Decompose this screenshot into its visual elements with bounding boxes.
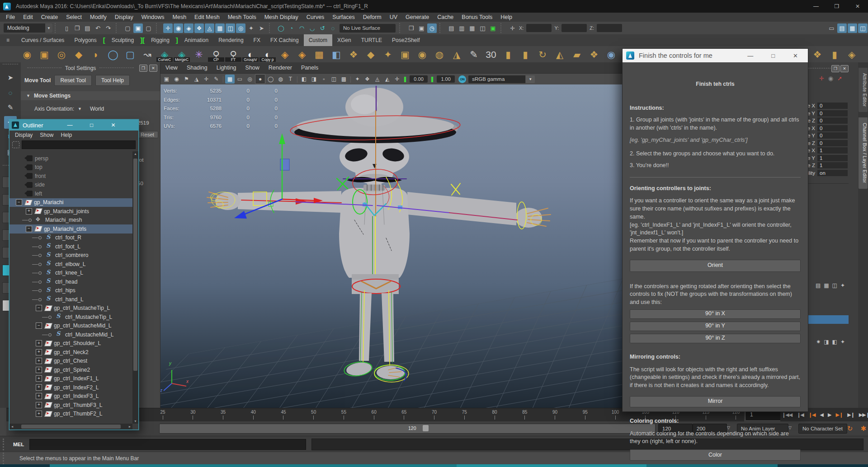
playback-button[interactable]: ❙◀◀: [782, 412, 792, 418]
contrast-icon[interactable]: ❚: [430, 76, 434, 82]
expand-toggle-icon[interactable]: [36, 367, 42, 373]
playback-button[interactable]: ▶▶❙: [859, 412, 868, 418]
channel-value-field[interactable]: 0: [817, 140, 848, 146]
layer-toolbar-icon[interactable]: ▤: [816, 282, 821, 289]
shelf-tab[interactable]: [: [102, 34, 107, 46]
viewport-menu-item[interactable]: View: [161, 65, 182, 71]
status-icon[interactable]: ▤: [83, 23, 92, 33]
close-panel-icon[interactable]: ✕: [149, 65, 157, 72]
expand-toggle-icon[interactable]: [36, 340, 42, 346]
status-icon[interactable]: [399, 23, 404, 33]
expand-toggle-icon[interactable]: [36, 322, 42, 329]
viewport-toolbar-icon[interactable]: ⚑: [182, 75, 191, 84]
status-icon[interactable]: ◯: [276, 23, 286, 33]
outliner-row[interactable]: ctrl_knee_L: [9, 269, 132, 278]
channel-value-field[interactable]: 1: [817, 155, 848, 161]
expand-toggle-icon[interactable]: [36, 402, 42, 408]
status-icon[interactable]: ◡: [307, 23, 317, 33]
menu-item[interactable]: Bonus Tools: [458, 14, 496, 20]
shelf-tab[interactable]: Rigging: [146, 34, 175, 46]
expand-toggle-icon[interactable]: [36, 375, 42, 382]
expand-toggle-icon[interactable]: [46, 332, 52, 337]
hyperbolic-icon[interactable]: ➚: [837, 75, 842, 82]
channel-value-field[interactable]: 0: [817, 132, 848, 139]
status-icon[interactable]: [116, 23, 120, 33]
expand-toggle-icon[interactable]: [36, 244, 42, 249]
move-settings-section-header[interactable]: ▼ Move Settings: [21, 91, 160, 100]
shelf-tab[interactable]: ]: [175, 34, 179, 46]
shelf-tool-icon[interactable]: ◆: [71, 47, 86, 62]
status-icon[interactable]: ▯: [62, 23, 71, 33]
shelf-tool-icon[interactable]: ◆: [363, 47, 378, 62]
outliner-horizontal-scrollbar[interactable]: ◄ ►: [9, 424, 132, 430]
status-icon[interactable]: [526, 24, 552, 32]
menu-item[interactable]: Create: [37, 14, 62, 20]
maximize-button[interactable]: □: [89, 122, 95, 128]
outliner-row[interactable]: gp_Mariachi: [9, 198, 132, 207]
outliner-row[interactable]: ctrl_foot_R: [9, 234, 132, 243]
filter-icon[interactable]: [12, 141, 19, 148]
viewport-toolbar-icon[interactable]: ◨: [309, 75, 319, 84]
shelf-tool-icon[interactable]: ◈: [295, 47, 309, 62]
menu-item[interactable]: Edit: [19, 14, 37, 20]
shelf-tool-icon[interactable]: ▮: [501, 47, 515, 62]
menu-item[interactable]: Mesh: [169, 14, 191, 20]
outliner-row[interactable]: top: [9, 163, 132, 172]
viewport-toolbar-icon[interactable]: T: [286, 75, 295, 84]
toolbox-tool-button[interactable]: ◌: [4, 86, 17, 99]
outliner-row[interactable]: ctrl_MustacheTip_L: [9, 313, 132, 322]
outliner-row[interactable]: gp_ctrl_Neck2: [9, 348, 132, 357]
viewport-3d-view[interactable]: Verts: 5235 0 0 Edges: 10371 0 0 Faces:: [160, 84, 622, 408]
menu-item[interactable]: File: [2, 14, 19, 20]
status-icon[interactable]: ◫: [226, 23, 235, 33]
expand-toggle-icon[interactable]: [26, 226, 32, 232]
expand-toggle-icon[interactable]: [36, 279, 42, 285]
viewport-menu-item[interactable]: Lighting: [212, 65, 241, 71]
animation-preferences-icon[interactable]: ✱: [858, 423, 868, 434]
layer-toolbar-icon[interactable]: ✷: [816, 339, 821, 345]
playback-button[interactable]: ▶: [828, 412, 831, 418]
shelf-tab[interactable]: Sculpting: [107, 34, 139, 46]
expand-toggle-icon[interactable]: [36, 393, 42, 399]
sidebar-tab[interactable]: Attribute Editor: [859, 68, 868, 112]
viewport-toolbar-icon[interactable]: ❖: [363, 75, 372, 84]
status-icon[interactable]: [439, 23, 444, 33]
outliner-row[interactable]: ctrl_sombrero: [9, 251, 132, 260]
status-icon[interactable]: ◉: [174, 23, 183, 33]
channel-value-field[interactable]: 1: [817, 147, 848, 154]
toolbox-drag-handle[interactable]: [3, 64, 18, 69]
layer-toolbar-icon[interactable]: ◧: [832, 339, 837, 345]
expand-toggle-icon[interactable]: [36, 384, 42, 391]
channel-value-field[interactable]: 0: [817, 125, 848, 131]
shelf-tool-icon[interactable]: ◗: [89, 47, 103, 62]
playback-button[interactable]: ▶❙: [847, 412, 854, 418]
minimize-button[interactable]: —: [67, 122, 73, 128]
outliner-row[interactable]: gp_Mariachi_ctrls: [9, 224, 132, 234]
status-icon[interactable]: ❐: [72, 23, 82, 33]
selected-layer-row[interactable]: [805, 315, 849, 324]
maximize-button[interactable]: ❒: [826, 0, 847, 13]
menu-item[interactable]: Generate: [401, 14, 433, 20]
range-end-handle[interactable]: [423, 425, 429, 431]
rotate-90-button[interactable]: 90° in Y: [630, 322, 801, 331]
shelf-tab[interactable]: TURTLE: [356, 34, 387, 46]
status-icon[interactable]: ✛: [508, 23, 517, 33]
shelf-tool-icon[interactable]: ⚲ FT: [226, 47, 241, 62]
chevron-down-icon[interactable]: ▽: [727, 425, 730, 430]
shelf-tool-icon[interactable]: ❖: [587, 47, 601, 62]
chevron-down-icon[interactable]: ▽: [788, 425, 792, 430]
scrollbar-thumb[interactable]: [133, 159, 137, 371]
outliner-row[interactable]: gp_ctrl_ThumbF3_L: [9, 401, 132, 410]
scroll-up-icon[interactable]: ▲: [132, 152, 138, 155]
shelf-tool-icon[interactable]: ✳: [192, 47, 206, 62]
expand-toggle-icon[interactable]: [26, 208, 32, 215]
outliner-row[interactable]: ctrl_hand_L: [9, 295, 132, 304]
chevron-down-icon[interactable]: ▼: [78, 107, 82, 111]
outliner-row[interactable]: front: [9, 172, 132, 181]
viewport-menu-item[interactable]: Shading: [182, 65, 212, 71]
mirror-button[interactable]: Mirror: [630, 396, 801, 407]
color-management-toggle[interactable]: ON: [458, 75, 466, 83]
status-icon[interactable]: ◔: [287, 23, 296, 33]
playback-button[interactable]: ◀: [820, 412, 823, 418]
status-icon[interactable]: X:: [519, 25, 524, 31]
